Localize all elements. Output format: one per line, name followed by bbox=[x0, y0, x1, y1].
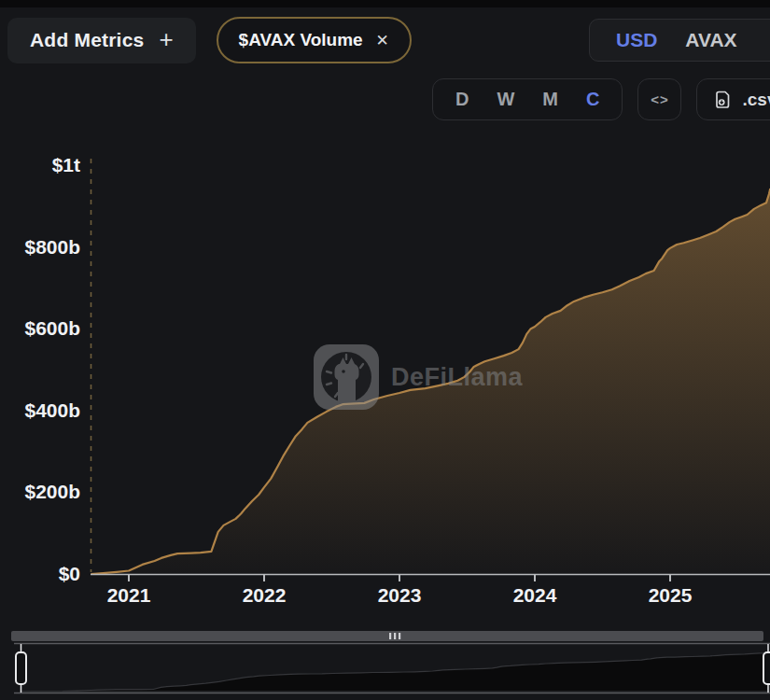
y-axis-tick-label: $400b bbox=[24, 399, 80, 421]
y-axis-tick-label: $200b bbox=[24, 481, 80, 502]
brush-left-handle[interactable] bbox=[16, 652, 26, 684]
y-axis-tick-label: $1t bbox=[52, 154, 80, 175]
x-axis-tick-label: 2022 bbox=[243, 584, 287, 606]
volume-area-fill bbox=[91, 189, 770, 574]
scrollbar-grip bbox=[394, 633, 396, 639]
y-axis-tick-label: $600b bbox=[24, 317, 80, 339]
y-axis-tick-label: $0 bbox=[59, 563, 80, 584]
x-axis-tick-label: 2021 bbox=[107, 584, 151, 606]
defillama-chart-page: Add Metrics + $AVAX Volume ✕ USD AVAX D … bbox=[0, 0, 770, 700]
x-axis-tick-label: 2023 bbox=[378, 584, 422, 606]
volume-area-chart[interactable]: 20212022202320242025$0$200b$400b$600b$80… bbox=[0, 0, 770, 700]
scrollbar-grip bbox=[399, 633, 400, 639]
brush-right-handle[interactable] bbox=[763, 652, 770, 684]
y-axis-tick-label: $800b bbox=[24, 236, 80, 258]
chart-scrollbar-track[interactable] bbox=[11, 631, 763, 641]
scrollbar-grip bbox=[389, 633, 391, 639]
x-axis-tick-label: 2024 bbox=[513, 584, 557, 606]
x-axis-tick-label: 2025 bbox=[649, 584, 693, 606]
brush-minimap-area[interactable] bbox=[21, 651, 770, 692]
